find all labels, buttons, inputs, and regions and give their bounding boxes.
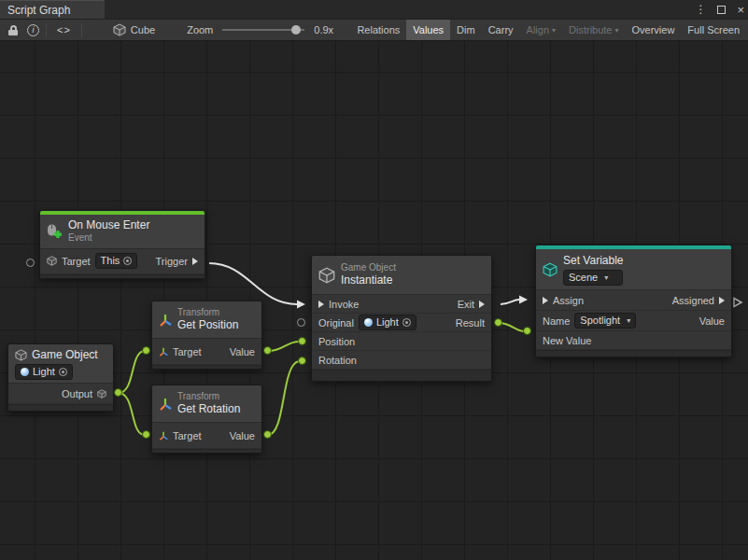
tab-title: Script Graph [7,4,70,17]
assigned-flow-port[interactable] [719,297,725,304]
node-header: Game Object Instantiate [312,256,491,295]
node-get-rotation[interactable]: Transform Get Rotation Target Value [151,385,262,454]
output-port-type-icon[interactable] [97,389,106,399]
window-menu-icon[interactable]: ⋮ [695,4,706,15]
graph-owner-label: Cube [131,24,155,35]
script-graph-window: Script Graph ⋮ × i <> Cube Zoom 0.9x [0,0,748,560]
name-row: Name Spotlight ▾ Value [536,311,731,331]
result-output-port[interactable] [494,318,502,327]
node-category: Game Object [341,262,396,274]
node-title: On Mouse Enter [68,218,149,232]
fullscreen-label: Full Screen [687,24,740,35]
assign-port-label: Assign [553,295,584,306]
light-output-port[interactable] [114,388,122,397]
position-input-port[interactable] [298,337,306,345]
relations-label: Relations [357,24,400,35]
info-icon[interactable]: i [27,24,39,36]
tab-bar: Script Graph ⋮ × [0,0,748,19]
distribute-button[interactable]: Distribute▾ [562,20,625,40]
node-footer [152,365,261,369]
trigger-flow-port[interactable] [192,258,198,265]
transform-icon [159,314,172,327]
node-header: Set Variable Scene ▾ [536,249,731,290]
zoom-slider-handle[interactable] [291,25,301,35]
getposition-target-port[interactable] [142,346,150,355]
node-light-variable[interactable]: Game Object Light Output [7,343,114,412]
object-picker-icon[interactable] [59,368,67,376]
maximize-icon[interactable] [717,6,726,14]
graph-owner[interactable]: Cube [113,23,155,36]
toolbar-buttons: Relations Values Dim Carry Align▾ Distri… [350,20,746,40]
target-inline-value[interactable]: This [95,253,138,269]
dim-label: Dim [457,24,475,35]
zoom-slider[interactable] [222,23,304,36]
node-instantiate[interactable]: Game Object Instantiate Invoke Exit Orig… [311,255,492,382]
invoke-flow-port[interactable] [318,301,324,308]
fullscreen-button[interactable]: Full Screen [681,20,746,40]
output-row: Output [8,384,113,404]
rotation-input-port[interactable] [298,357,306,365]
light-value-text: Light [33,366,55,378]
node-title-line: Game Object [15,348,98,361]
chevron-down-icon: ▾ [615,26,619,35]
node-title: Get Position [177,318,238,332]
node-title: Instantiate [341,273,396,287]
ports-row: Target Value [152,339,261,365]
original-inline-value[interactable]: Light [359,315,416,330]
window-controls: ⋮ × [695,0,744,19]
target-input-port[interactable] [26,259,35,267]
exit-flow-port[interactable] [479,301,485,308]
tab-script-graph[interactable]: Script Graph [0,0,105,19]
name-value-text: Spotlight [580,315,620,327]
getrotation-value-port[interactable] [263,430,272,439]
assign-flow-port[interactable] [543,297,548,304]
value-port-label: Value [699,315,725,327]
chevron-down-icon: ▾ [552,26,556,35]
scope-value-text: Scene [569,272,598,284]
getposition-value-port[interactable] [263,346,272,355]
close-icon[interactable]: × [737,4,744,16]
variable-name-dropdown[interactable]: Spotlight ▾ [574,313,636,329]
node-get-position[interactable]: Transform Get Position Target Value [151,301,262,370]
node-set-variable[interactable]: Set Variable Scene ▾ Assign Assigned Nam… [535,245,732,357]
chevron-down-icon: ▾ [604,272,608,284]
target-port-label: Target [173,346,202,357]
overview-button[interactable]: Overview [626,20,682,40]
align-button[interactable]: Align▾ [520,20,562,40]
node-footer [536,350,731,357]
lock-body [8,30,18,35]
variable-scope-dropdown[interactable]: Scene ▾ [563,270,623,286]
name-port-label: Name [543,315,570,327]
node-title: Get Rotation [177,402,240,416]
graph-toolbar: i <> Cube Zoom 0.9x Relations Values Dim… [0,19,748,41]
new-value-row: New Value [536,331,731,350]
light-object-chip[interactable]: Light [15,364,73,380]
light-icon [364,318,373,327]
dim-button[interactable]: Dim [450,20,482,40]
rotation-row: Rotation [312,351,491,370]
original-input-port[interactable] [297,318,305,327]
original-value-text: Light [376,316,399,329]
transform-type-icon [159,431,168,441]
object-picker-icon[interactable] [402,318,411,327]
relations-button[interactable]: Relations [350,20,406,40]
lock-icon[interactable] [8,25,18,35]
target-value-text: This [101,255,120,267]
variable-icon [543,262,557,277]
original-port-label: Original [318,317,354,329]
node-on-mouse-enter[interactable]: On Mouse Enter Event Target This Trigger [39,210,205,279]
code-icon[interactable]: <> [57,24,71,35]
carry-button[interactable]: Carry [482,20,520,40]
node-header: Transform Get Position [152,301,261,339]
cube-icon [113,23,126,36]
assign-row: Assign Assigned [536,290,731,311]
gameobject-icon [15,349,27,361]
newvalue-input-port[interactable] [523,327,531,335]
output-port-label: Output [62,388,92,399]
getrotation-target-port[interactable] [142,430,150,439]
object-picker-icon[interactable] [123,257,132,265]
values-button[interactable]: Values [406,20,450,40]
info-glyph: i [33,25,35,35]
position-row: Position [312,332,491,351]
toolbar-separator [81,23,82,37]
